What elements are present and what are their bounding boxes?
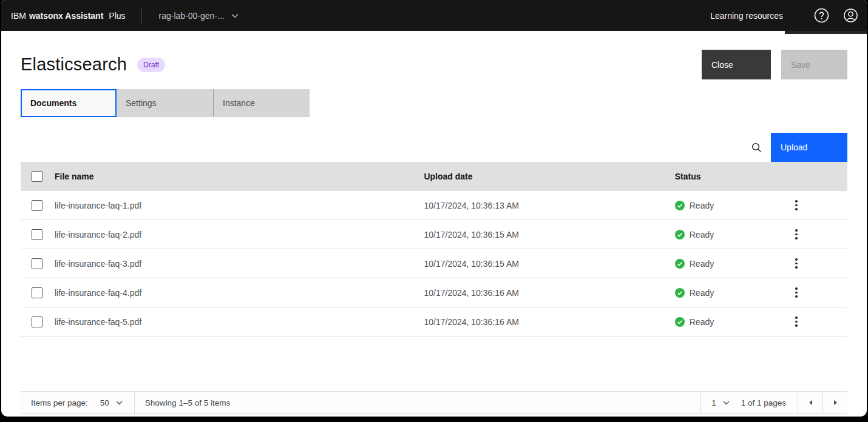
- app-window: IBM watsonx Assistant Plus rag-lab-00-ge…: [0, 0, 868, 422]
- file-name-cell: life-insurance-faq-1.pdf: [55, 201, 424, 210]
- table-row: life-insurance-faq-4.pdf 10/17/2024, 10:…: [21, 278, 847, 307]
- overflow-menu-icon: [795, 258, 797, 268]
- checkmark-filled-icon: [675, 259, 685, 269]
- overflow-menu-icon: [795, 316, 797, 326]
- row-overflow-menu-button[interactable]: [787, 254, 806, 273]
- workspace-switcher[interactable]: rag-lab-00-gen-...: [159, 11, 239, 21]
- tab-bar: Documents Settings Instance: [21, 89, 847, 117]
- table-empty-space: [21, 337, 847, 391]
- brand: IBM watsonx Assistant Plus: [11, 11, 126, 21]
- items-per-page-label: Items per page:: [21, 398, 88, 407]
- header-right-group: Learning resources: [710, 8, 858, 24]
- status-badge: Draft: [137, 58, 165, 72]
- table-row: life-insurance-faq-1.pdf 10/17/2024, 10:…: [21, 191, 847, 220]
- top-navigation-bar: IBM watsonx Assistant Plus rag-lab-00-ge…: [1, 0, 867, 31]
- upload-date-cell: 10/17/2024, 10:36:13 AM: [424, 201, 674, 210]
- page-header: Elasticsearch Draft Close Save: [21, 50, 847, 79]
- brand-prefix: IBM: [11, 11, 26, 21]
- column-header-status[interactable]: Status: [675, 172, 782, 181]
- previous-page-button[interactable]: [798, 392, 822, 414]
- column-header-file-name[interactable]: File name: [55, 172, 424, 181]
- save-button[interactable]: Save: [781, 50, 847, 79]
- page-number-select[interactable]: 1: [701, 392, 740, 414]
- header-tail-strip: [785, 31, 867, 34]
- select-row-checkbox[interactable]: [32, 258, 42, 269]
- upload-date-cell: 10/17/2024, 10:36:15 AM: [424, 259, 674, 269]
- workspace-name: rag-lab-00-gen-...: [159, 11, 225, 21]
- status-cell: Ready: [675, 317, 782, 327]
- row-overflow-menu-button[interactable]: [787, 312, 806, 332]
- row-overflow-menu-button[interactable]: [787, 196, 806, 215]
- status-label: Ready: [690, 201, 714, 210]
- select-row-checkbox[interactable]: [32, 316, 42, 327]
- pagination-bar: Items per page: 50 Showing 1–5 of 5 item…: [21, 391, 847, 414]
- chevron-down-icon: [116, 401, 123, 405]
- status-label: Ready: [690, 259, 714, 269]
- items-per-page-value: 50: [100, 398, 109, 407]
- tab-settings[interactable]: Settings: [117, 89, 213, 117]
- page-range-text: 1 of 1 pages: [740, 398, 798, 407]
- status-label: Ready: [690, 230, 714, 239]
- header-divider: [141, 8, 142, 23]
- app-content: IBM watsonx Assistant Plus rag-lab-00-ge…: [1, 0, 867, 417]
- checkmark-filled-icon: [675, 317, 685, 327]
- status-label: Ready: [690, 288, 714, 298]
- table-row: life-insurance-faq-5.pdf 10/17/2024, 10:…: [21, 307, 847, 337]
- status-cell: Ready: [675, 230, 782, 239]
- overflow-menu-icon: [795, 200, 797, 210]
- file-name-cell: life-insurance-faq-5.pdf: [55, 317, 424, 327]
- search-button[interactable]: [742, 133, 771, 162]
- caret-left-icon: [809, 400, 812, 405]
- checkmark-filled-icon: [675, 201, 685, 210]
- page-title: Elasticsearch: [21, 55, 127, 75]
- tab-documents[interactable]: Documents: [21, 89, 117, 117]
- file-name-cell: life-insurance-faq-2.pdf: [55, 230, 424, 239]
- checkmark-filled-icon: [675, 230, 685, 239]
- overflow-menu-icon: [795, 229, 797, 239]
- row-overflow-menu-button[interactable]: [787, 283, 806, 303]
- file-name-cell: life-insurance-faq-4.pdf: [55, 288, 424, 298]
- close-button[interactable]: Close: [702, 50, 771, 79]
- status-cell: Ready: [675, 201, 782, 210]
- checkmark-filled-icon: [675, 288, 685, 298]
- select-row-checkbox[interactable]: [32, 229, 42, 240]
- select-row-checkbox[interactable]: [32, 200, 42, 211]
- next-page-button[interactable]: [823, 392, 847, 414]
- chevron-down-icon: [723, 401, 730, 405]
- select-row-checkbox[interactable]: [32, 287, 42, 298]
- upload-button[interactable]: Upload: [771, 133, 847, 162]
- documents-table: Upload File name Upload date Status life…: [21, 133, 847, 414]
- file-name-cell: life-insurance-faq-3.pdf: [55, 259, 424, 269]
- table-row: life-insurance-faq-2.pdf 10/17/2024, 10:…: [21, 220, 847, 249]
- column-header-upload-date[interactable]: Upload date: [424, 172, 674, 181]
- search-icon: [751, 142, 762, 153]
- plan-label: Plus: [109, 11, 125, 21]
- tab-instance[interactable]: Instance: [213, 89, 310, 117]
- table-row: life-insurance-faq-3.pdf 10/17/2024, 10:…: [21, 249, 847, 278]
- status-cell: Ready: [675, 259, 782, 269]
- table-header-row: File name Upload date Status: [21, 162, 847, 191]
- upload-date-cell: 10/17/2024, 10:36:16 AM: [424, 288, 674, 298]
- brand-name: watsonx Assistant: [29, 11, 103, 21]
- page-actions: Close Save: [702, 50, 847, 79]
- user-avatar-icon: [843, 8, 858, 23]
- chevron-down-icon: [231, 13, 239, 18]
- upload-date-cell: 10/17/2024, 10:36:15 AM: [424, 230, 674, 239]
- table-toolbar: Upload: [21, 133, 847, 162]
- page-number-value: 1: [711, 398, 716, 407]
- help-icon: [814, 8, 829, 23]
- caret-right-icon: [834, 400, 837, 405]
- overflow-menu-icon: [795, 287, 797, 297]
- upload-date-cell: 10/17/2024, 10:36:16 AM: [424, 317, 674, 327]
- items-per-page-select[interactable]: 50: [88, 392, 134, 414]
- learning-resources-link[interactable]: Learning resources: [710, 11, 783, 21]
- items-range-text: Showing 1–5 of 5 items: [135, 398, 230, 407]
- select-all-checkbox[interactable]: [32, 171, 42, 182]
- status-cell: Ready: [675, 288, 782, 298]
- status-label: Ready: [690, 317, 714, 327]
- row-overflow-menu-button[interactable]: [787, 225, 806, 244]
- help-button[interactable]: [813, 8, 829, 24]
- user-account-button[interactable]: [843, 8, 858, 24]
